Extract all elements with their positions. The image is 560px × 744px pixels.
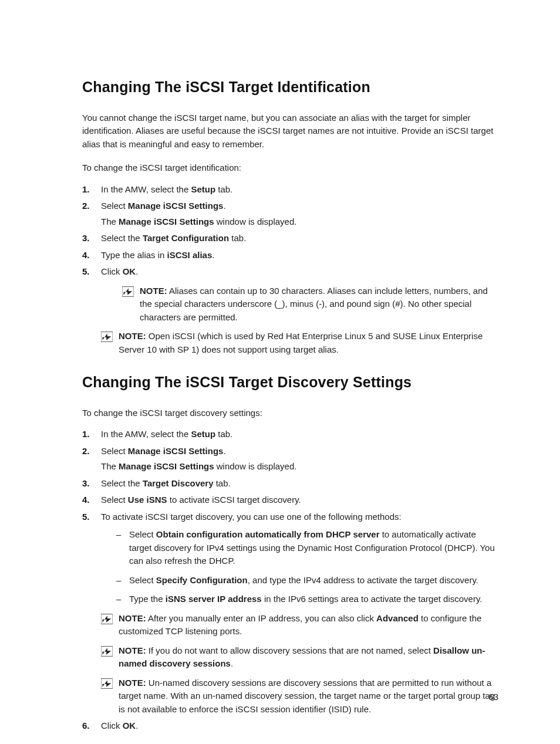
step-bold: Setup — [191, 429, 215, 439]
step-text: . — [223, 201, 225, 211]
step-text: tab. — [215, 429, 232, 439]
step-text: Click — [101, 721, 123, 731]
text-bold: Specify Configuration — [156, 575, 248, 585]
step-item: Select the Target Discovery tab. — [100, 477, 498, 491]
text: After you manually enter an IP address, … — [146, 613, 376, 623]
sub-item: Select Obtain configuration automaticall… — [124, 528, 498, 568]
note-text: NOTE: Open iSCSI (which is used by Red H… — [119, 330, 498, 356]
note-label: NOTE: — [119, 331, 146, 341]
step-text: Select — [101, 201, 128, 211]
step-text: Click — [101, 266, 123, 276]
step-subtext: The Manage iSCSI Settings window is disp… — [101, 460, 498, 474]
steps-list: In the AMW, select the Setup tab. Select… — [82, 428, 498, 733]
step-bold: OK — [123, 266, 136, 276]
note-block: NOTE: Un-named discovery sessions are di… — [101, 677, 498, 716]
step-item: Click OK. — [100, 719, 498, 733]
note-label: NOTE: — [119, 613, 146, 623]
step-subtext: The Manage iSCSI Settings window is disp… — [101, 215, 498, 229]
text: , and type the IPv4 address to activate … — [248, 575, 478, 585]
note-text: NOTE: Un-named discovery sessions are di… — [119, 677, 498, 716]
lead-paragraph: To change the iSCSI target discovery set… — [82, 407, 498, 420]
step-bold: Target Configuration — [143, 233, 229, 243]
step-text: . — [136, 721, 138, 731]
step-item: Select Manage iSCSI Settings. The Manage… — [100, 199, 498, 228]
step-item: Select Use iSNS to activate iSCSI target… — [100, 493, 498, 507]
step-text: In the AMW, select the — [101, 429, 191, 439]
text: Un-named discovery sessions are discover… — [119, 678, 495, 714]
step-item: Click OK. NOTE: Aliases can contain up t… — [100, 265, 498, 356]
page-number: 63 — [488, 691, 498, 704]
text: Aliases can contain up to 30 characters.… — [140, 286, 488, 322]
step-text: to activate iSCSI target discovery. — [167, 495, 301, 505]
note-block: NOTE: Open iSCSI (which is used by Red H… — [101, 330, 498, 356]
text: in the IPv6 settings area to activate th… — [262, 594, 483, 604]
note-text: NOTE: If you do not want to allow discov… — [119, 644, 498, 671]
step-bold: OK — [123, 721, 136, 731]
step-text: In the AMW, select the — [101, 184, 191, 194]
text: Type the — [129, 594, 166, 604]
step-text: To activate iSCSI target discovery, you … — [101, 512, 402, 522]
step-text: tab. — [215, 184, 232, 194]
note-icon — [101, 332, 113, 342]
step-text: . — [212, 250, 214, 260]
text: Select — [129, 529, 156, 539]
section-heading: Changing The iSCSI Target Identification — [82, 76, 498, 99]
step-text: tab. — [214, 478, 231, 488]
sub-item: Select Specify Configuration, and type t… — [124, 574, 498, 587]
step-bold: Setup — [191, 184, 215, 194]
step-text: Select the — [101, 478, 143, 488]
step-item: To activate iSCSI target discovery, you … — [100, 510, 498, 716]
lead-paragraph: To change the iSCSI target identificatio… — [82, 161, 498, 175]
sub-list: Select Obtain configuration automaticall… — [101, 528, 498, 606]
text-bold: Manage iSCSI Settings — [119, 461, 214, 471]
text-bold: Advanced — [376, 613, 419, 623]
note-icon — [101, 614, 113, 624]
step-item: In the AMW, select the Setup tab. — [100, 183, 498, 197]
note-text: NOTE: After you manually enter an IP add… — [119, 612, 498, 638]
step-text: Select — [101, 495, 128, 505]
step-text: Type the alias in — [101, 250, 167, 260]
step-item: Select Manage iSCSI Settings. The Manage… — [100, 445, 498, 474]
step-text: Select — [101, 446, 128, 456]
text: The — [101, 461, 119, 471]
step-text: . — [223, 446, 225, 456]
document-page: Changing The iSCSI Target Identification… — [0, 0, 560, 744]
note-icon — [101, 678, 113, 689]
text: . — [231, 658, 233, 668]
section-heading: Changing The iSCSI Target Discovery Sett… — [82, 371, 498, 394]
step-bold: Target Discovery — [143, 478, 214, 488]
step-item: Select the Target Configuration tab. — [100, 232, 498, 245]
note-label: NOTE: — [119, 678, 146, 688]
step-text: tab. — [229, 233, 246, 243]
step-item: In the AMW, select the Setup tab. — [100, 428, 498, 441]
steps-list: In the AMW, select the Setup tab. Select… — [82, 183, 498, 357]
note-label: NOTE: — [119, 645, 146, 655]
note-icon — [122, 286, 134, 297]
step-text: Select the — [101, 233, 143, 243]
text: window is displayed. — [214, 461, 297, 471]
text: Select — [129, 575, 156, 585]
text-bold: iSNS server IP address — [166, 594, 262, 604]
step-bold: Manage iSCSI Settings — [128, 446, 224, 456]
note-icon — [101, 646, 113, 657]
intro-paragraph: You cannot change the iSCSI target name,… — [82, 111, 498, 151]
text: The — [101, 217, 119, 226]
note-text: NOTE: Aliases can contain up to 30 chara… — [140, 285, 498, 324]
note-block: NOTE: If you do not want to allow discov… — [101, 644, 498, 671]
note-label: NOTE: — [140, 286, 167, 296]
text-bold: Obtain configuration automatically from … — [156, 529, 380, 539]
step-bold: Manage iSCSI Settings — [128, 201, 224, 211]
step-item: Type the alias in iSCSI alias. — [100, 249, 498, 262]
step-bold: iSCSI alias — [167, 250, 212, 260]
text: Open iSCSI (which is used by Red Hat Ent… — [119, 331, 483, 354]
step-bold: Use iSNS — [128, 495, 167, 505]
note-block: NOTE: After you manually enter an IP add… — [101, 612, 498, 638]
step-text: . — [136, 266, 138, 276]
note-block: NOTE: Aliases can contain up to 30 chara… — [101, 285, 498, 324]
text: If you do not want to allow discovery se… — [146, 645, 433, 655]
sub-item: Type the iSNS server IP address in the I… — [124, 593, 498, 606]
text: window is displayed. — [214, 217, 297, 226]
text-bold: Manage iSCSI Settings — [119, 217, 214, 226]
